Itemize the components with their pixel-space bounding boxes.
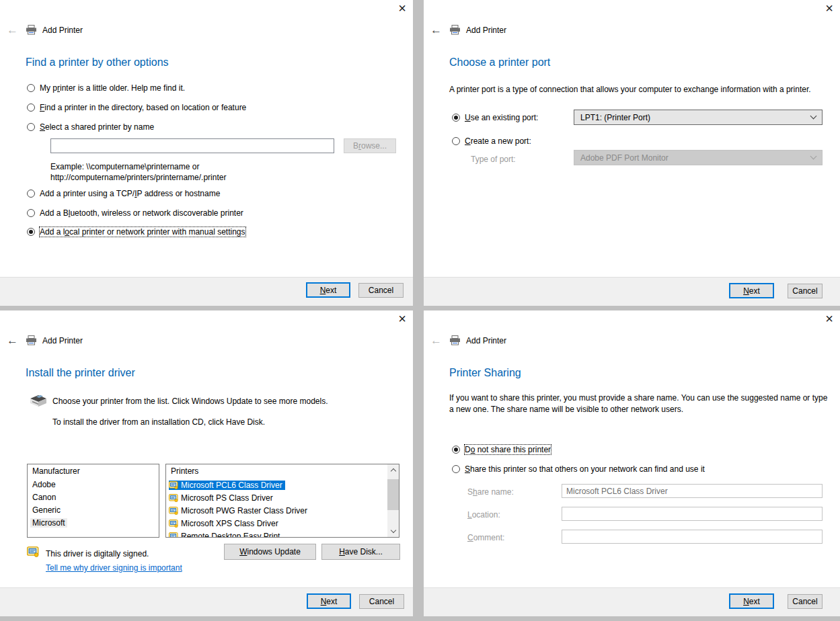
printer-icon	[26, 25, 37, 35]
radio-find-directory[interactable]	[27, 104, 35, 112]
list-item[interactable]: Microsoft PS Class Driver	[166, 491, 387, 504]
next-button[interactable]: Next	[729, 593, 774, 609]
comment-label: Comment:	[467, 532, 504, 544]
dialog-header: ← Add Printer	[7, 24, 83, 36]
printer-driver-icon	[169, 520, 178, 528]
page-description: If you want to share this printer, you m…	[449, 392, 834, 415]
dialog-footer	[0, 277, 413, 306]
existing-port-select[interactable]: LPT1: (Printer Port)	[574, 110, 823, 125]
share-name-label: Share name:	[467, 487, 514, 498]
dialog-find-printer-options: × ← Add Printer Find a printer by other …	[0, 0, 413, 306]
back-icon[interactable]: ←	[430, 335, 447, 346]
list-header: Printers	[166, 464, 387, 479]
radio-row-find-directory: Find a printer in the directory, based o…	[27, 103, 246, 112]
scroll-down-icon[interactable]	[387, 526, 399, 537]
instruction-text-2: To install the driver from an installati…	[52, 417, 265, 428]
driver-signed-icon	[27, 546, 39, 559]
radio-label: Create a new port:	[465, 136, 531, 146]
printer-driver-icon	[169, 507, 178, 515]
dialog-header: ← Add Printer	[7, 335, 83, 346]
radio-row-local-printer: Add a local printer or network printer w…	[27, 227, 245, 237]
dialog-footer	[424, 587, 840, 616]
radio-bluetooth[interactable]	[27, 209, 35, 217]
list-item[interactable]: Generic	[28, 504, 159, 517]
close-icon[interactable]: ×	[398, 312, 406, 325]
back-icon[interactable]: ←	[7, 335, 23, 346]
driver-signing-link[interactable]: Tell me why driver signing is important	[46, 563, 182, 573]
cancel-button[interactable]: Cancel	[788, 594, 823, 609]
close-icon[interactable]: ×	[825, 1, 833, 15]
radio-local-printer[interactable]	[27, 228, 35, 236]
dialog-printer-sharing: × ← Add Printer Printer Sharing If you w…	[424, 310, 840, 616]
dialog-install-printer-driver: × ← Add Printer Install the printer driv…	[0, 310, 413, 616]
list-item[interactable]: Microsoft XPS Class Driver	[166, 517, 387, 530]
radio-label: Add a local printer or network printer w…	[40, 227, 245, 237]
next-button[interactable]: Next	[307, 593, 351, 609]
radio-row-new-port: Create a new port:	[452, 136, 531, 146]
list-item[interactable]: Microsoft PWG Raster Class Driver	[166, 504, 387, 517]
manufacturer-list[interactable]: Manufacturer Adobe Canon Generic Microso…	[27, 464, 159, 538]
radio-tcpip[interactable]	[27, 190, 35, 198]
dialog-footer	[424, 277, 840, 306]
radio-row-share-printer: Share this printer so that others on you…	[452, 464, 705, 474]
scroll-up-icon[interactable]	[387, 464, 399, 476]
type-of-port-label: Type of port:	[471, 154, 516, 165]
dialog-title: Add Printer	[466, 336, 506, 345]
radio-label: Use an existing port:	[465, 113, 538, 122]
page-title: Install the printer driver	[26, 367, 135, 379]
radio-do-not-share[interactable]	[452, 446, 460, 454]
driver-signed-text: This driver is digitally signed.	[46, 548, 149, 560]
dialog-header: ← Add Printer	[430, 335, 506, 346]
share-name-field[interactable]	[562, 484, 823, 498]
location-field[interactable]	[562, 507, 823, 521]
list-item[interactable]: Remote Desktop Easy Print	[166, 530, 387, 538]
radio-row-bluetooth: Add a Bluetooth, wireless or network dis…	[27, 208, 243, 218]
cancel-button[interactable]: Cancel	[788, 284, 823, 298]
printer-icon	[26, 335, 37, 345]
printer-driver-icon	[169, 481, 178, 489]
comment-field[interactable]	[562, 530, 823, 544]
radio-label: Do not share this printer	[465, 445, 551, 454]
radio-share-printer[interactable]	[452, 465, 460, 473]
close-icon[interactable]: ×	[825, 312, 833, 325]
port-type-select: Adobe PDF Port Monitor	[574, 150, 823, 165]
location-label: Location:	[467, 509, 500, 521]
back-icon[interactable]: ←	[430, 24, 447, 36]
radio-label: Share this printer so that others on you…	[465, 464, 705, 474]
printers-list[interactable]: Printers Microsoft PCL6 Class Driver Mic…	[165, 464, 399, 538]
page-description: A printer port is a type of connection t…	[449, 84, 836, 95]
list-item[interactable]: Adobe	[28, 479, 159, 491]
page-title: Find a printer by other options	[26, 56, 169, 69]
windows-update-button[interactable]: Windows Update	[224, 544, 316, 560]
page-title: Printer Sharing	[449, 367, 521, 379]
example-text-line2: http://computername/printers/printername…	[50, 172, 226, 183]
dialog-title: Add Printer	[466, 26, 506, 35]
cancel-button[interactable]: Cancel	[359, 594, 404, 609]
radio-new-port[interactable]	[452, 137, 460, 145]
next-button[interactable]: Next	[306, 282, 350, 298]
radio-row-older-printer: My printer is a little older. Help me fi…	[27, 83, 185, 93]
radio-row-existing-port: Use an existing port:	[452, 113, 538, 122]
cancel-button[interactable]: Cancel	[358, 283, 404, 298]
list-item-selected[interactable]: Microsoft PCL6 Class Driver	[166, 479, 387, 491]
list-item[interactable]: Canon	[28, 491, 159, 504]
printer-icon	[449, 335, 461, 345]
radio-shared-printer[interactable]	[27, 123, 35, 131]
radio-label: Add a Bluetooth, wireless or network dis…	[40, 208, 243, 218]
back-icon[interactable]: ←	[7, 24, 23, 36]
next-button[interactable]: Next	[729, 283, 774, 298]
radio-existing-port[interactable]	[452, 114, 460, 122]
list-item-selected[interactable]: Microsoft	[28, 517, 159, 530]
close-icon[interactable]: ×	[398, 1, 406, 15]
shared-printer-name-input[interactable]	[50, 138, 334, 153]
have-disk-button[interactable]: Have Disk...	[321, 544, 400, 560]
scrollbar-thumb[interactable]	[387, 479, 399, 510]
scrollbar[interactable]	[387, 464, 399, 537]
dialog-choose-printer-port: × ← Add Printer Choose a printer port A …	[424, 0, 840, 306]
dialog-title: Add Printer	[42, 336, 83, 345]
radio-row-shared-printer: Select a shared printer by name	[27, 122, 154, 132]
radio-label: Add a printer using a TCP/IP address or …	[40, 189, 220, 198]
radio-older-printer[interactable]	[27, 84, 35, 92]
browse-button[interactable]: Browse...	[344, 138, 396, 153]
printer-driver-icon	[169, 532, 178, 538]
